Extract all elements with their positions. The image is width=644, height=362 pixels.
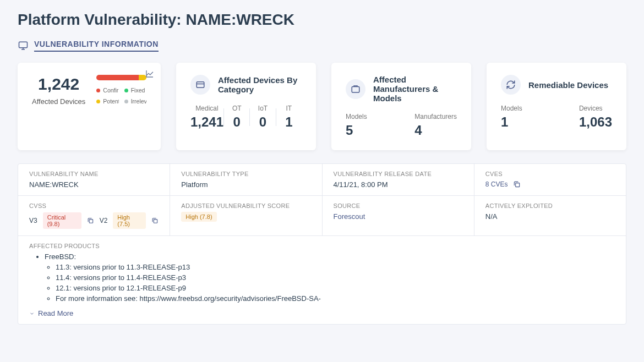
stat-rem-devices: Devices1,063 bbox=[579, 105, 612, 130]
chart-icon[interactable] bbox=[145, 69, 154, 80]
cell-source: SOURCE Forescout bbox=[323, 196, 474, 235]
svg-rect-3 bbox=[197, 82, 204, 88]
stat-medical: Medical1,241 bbox=[190, 105, 223, 130]
affected-devices-card: 1,242 Affected Devices Confirmed 85.... … bbox=[18, 63, 161, 150]
product-version: 11.4: versions prior to 11.4-RELEASE-p3 bbox=[56, 273, 615, 282]
cell-vuln-name: VULNERABILITY NAME NAME:WRECK bbox=[18, 164, 170, 195]
cell-affected-products: AFFECTED PRODUCTS FreeBSD: 11.3: version… bbox=[18, 236, 626, 324]
legend: Confirmed 85.... Fixed 0% Potentially Re… bbox=[96, 87, 146, 105]
chevron-down-icon bbox=[29, 311, 35, 316]
section-header: VULNERABILITY INFORMATION bbox=[18, 40, 626, 52]
cell-release-date: VULNERABILITY RELEASE DATE 4/11/21, 8:00… bbox=[323, 164, 474, 195]
legend-irrelevant: Irreleva... bbox=[124, 98, 146, 105]
cvss-v2-label: V2 bbox=[100, 217, 108, 224]
manufacturers-card: Affected Manufacturers & Models Models5 … bbox=[331, 63, 471, 150]
svg-rect-0 bbox=[19, 42, 28, 48]
svg-rect-6 bbox=[516, 183, 520, 187]
page-title: Platform Vulnerability: NAME:WRECK bbox=[18, 11, 626, 29]
affected-count-label: Affected Devices bbox=[32, 97, 85, 106]
affected-count: 1,242 bbox=[32, 75, 85, 93]
legend-potentially: Potentially Rel... bbox=[96, 98, 118, 105]
info-grid: VULNERABILITY NAME NAME:WRECK VULNERABIL… bbox=[18, 163, 626, 325]
cell-adjusted: ADJUSTED VULNERABILITY SCORE High (7.8) bbox=[170, 196, 322, 235]
category-card: Affected Devices By Category Medical1,24… bbox=[176, 63, 316, 150]
stat-rem-models: Models1 bbox=[501, 105, 522, 130]
product-version: 12.1: versions prior to 12.1-RELEASE-p9 bbox=[56, 284, 615, 292]
category-icon bbox=[190, 75, 210, 95]
cell-cves: CVES 8 CVEs bbox=[474, 164, 626, 195]
popup-icon[interactable] bbox=[87, 217, 94, 224]
svg-rect-8 bbox=[154, 220, 157, 223]
cell-cvss: CVSS V3 Critical (9.8) V2 High (7.5) bbox=[18, 196, 170, 235]
product-version: For more information see: https://www.fr… bbox=[56, 294, 615, 303]
cvss-v3-label: V3 bbox=[29, 217, 37, 224]
remediable-card: Remediable Devices Models1 Devices1,063 bbox=[487, 63, 626, 150]
legend-confirmed: Confirmed 85.... bbox=[96, 87, 118, 94]
adjusted-badge: High (7.8) bbox=[181, 212, 216, 222]
cves-link[interactable]: 8 CVEs bbox=[485, 180, 508, 188]
legend-fixed: Fixed 0% bbox=[124, 87, 146, 94]
stat-ot: OT0 bbox=[224, 105, 249, 130]
stat-it: IT1 bbox=[276, 105, 302, 130]
category-title: Affected Devices By Category bbox=[218, 75, 302, 94]
popup-icon[interactable] bbox=[513, 180, 521, 188]
svg-rect-5 bbox=[352, 86, 359, 92]
remediable-title: Remediable Devices bbox=[528, 80, 608, 90]
monitor-icon bbox=[18, 41, 29, 51]
section-label[interactable]: VULNERABILITY INFORMATION bbox=[34, 40, 159, 52]
manufacturers-icon bbox=[346, 79, 365, 99]
remediable-icon bbox=[501, 75, 521, 95]
read-more-button[interactable]: Read More bbox=[29, 309, 615, 317]
stat-models: Models5 bbox=[346, 113, 367, 138]
cvss-v3-badge: Critical (9.8) bbox=[43, 212, 81, 229]
svg-rect-7 bbox=[89, 220, 92, 223]
cell-vuln-type: VULNERABILITY TYPE Platform bbox=[170, 164, 322, 195]
manufacturers-title: Affected Manufacturers & Models bbox=[373, 75, 457, 103]
popup-icon[interactable] bbox=[151, 217, 159, 224]
status-bar-chart bbox=[96, 75, 146, 80]
stat-manufacturers: Manufacturers4 bbox=[414, 113, 457, 138]
product-version: 11.3: versions prior to 11.3-RELEASE-p13 bbox=[56, 263, 615, 271]
cvss-v2-badge: High (7.5) bbox=[113, 212, 146, 229]
product-item: FreeBSD: 11.3: versions prior to 11.3-RE… bbox=[45, 253, 615, 303]
source-link[interactable]: Forescout bbox=[334, 212, 463, 221]
stat-iot: IoT0 bbox=[250, 105, 275, 130]
cell-exploited: ACTIVELY EXPLOITED N/A bbox=[474, 196, 626, 235]
bar-segment-confirmed bbox=[96, 75, 139, 80]
